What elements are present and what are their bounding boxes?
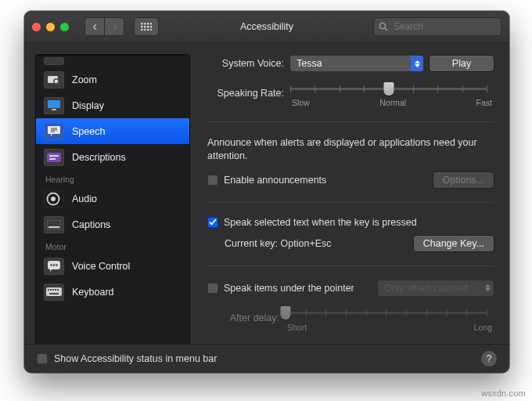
footer: Show Accessibility status in menu bar ? (24, 344, 509, 373)
svg-rect-6 (147, 26, 149, 28)
play-button[interactable]: Play (430, 56, 494, 71)
sidebar-item-voice-control[interactable]: Voice Control (36, 253, 189, 279)
help-button[interactable]: ? (481, 351, 497, 367)
sidebar: Zoom Display Speech (35, 54, 190, 344)
svg-rect-25 (47, 220, 61, 229)
svg-point-24 (51, 197, 56, 201)
slider-knob[interactable] (281, 306, 291, 320)
svg-rect-11 (150, 29, 152, 31)
speak-pointer-label: Speak items under the pointer (224, 283, 354, 294)
sidebar-item-audio[interactable]: Audio (36, 186, 189, 211)
current-key-label: Current key: Option+Esc (225, 238, 332, 249)
pointer-mode-value: Only when zoomed (384, 283, 481, 294)
svg-rect-26 (49, 226, 59, 228)
chevron-right-icon (112, 24, 117, 30)
enable-announcements-checkbox[interactable] (207, 175, 218, 186)
titlebar: Accessibility (24, 11, 509, 43)
svg-rect-9 (144, 29, 146, 31)
svg-line-13 (385, 28, 387, 31)
svg-rect-7 (150, 26, 152, 28)
speak-selected-checkbox[interactable] (207, 217, 218, 228)
keyboard-icon (44, 284, 64, 301)
sidebar-item-label: Audio (72, 193, 97, 204)
svg-rect-20 (47, 153, 61, 162)
svg-rect-33 (50, 289, 52, 291)
sidebar-item-label: Captions (72, 219, 110, 230)
sidebar-item-descriptions[interactable]: Descriptions (36, 144, 189, 170)
minimize-window-button[interactable] (46, 23, 55, 31)
search-field-wrap[interactable] (373, 17, 501, 36)
section-header-motor: Motor (36, 237, 189, 253)
after-delay-slider[interactable] (286, 312, 487, 314)
svg-rect-35 (55, 289, 56, 291)
sidebar-item-captions[interactable]: Captions (36, 211, 189, 237)
speak-pointer-checkbox[interactable] (207, 283, 218, 294)
system-voice-select[interactable]: Tessa (290, 56, 423, 71)
change-key-button[interactable]: Change Key... (414, 236, 494, 251)
voice-control-icon (44, 258, 64, 275)
search-icon (379, 22, 388, 31)
svg-rect-0 (141, 23, 143, 25)
svg-point-29 (53, 264, 56, 266)
display-icon (44, 97, 64, 114)
sidebar-item-keyboard[interactable]: Keyboard (36, 279, 189, 305)
rate-normal-label: Normal (379, 98, 406, 107)
options-button[interactable]: Options... (433, 172, 494, 188)
checkmark-icon (209, 219, 217, 226)
sidebar-item-display[interactable]: Display (36, 92, 189, 118)
search-input[interactable] (392, 20, 509, 33)
speaking-rate-slider[interactable] (290, 88, 487, 90)
svg-rect-5 (144, 26, 146, 28)
sidebar-item-voiceover-partial[interactable] (36, 55, 189, 67)
descriptions-icon (44, 149, 64, 166)
svg-point-30 (56, 264, 58, 266)
divider (207, 266, 494, 266)
forward-button[interactable] (105, 17, 124, 36)
svg-rect-32 (48, 289, 49, 291)
audio-icon (44, 190, 64, 208)
slider-knob[interactable] (384, 82, 394, 96)
back-button[interactable] (84, 17, 105, 36)
show-all-button[interactable] (134, 17, 159, 36)
svg-rect-4 (141, 26, 143, 28)
svg-rect-17 (48, 100, 60, 108)
svg-rect-21 (49, 155, 59, 157)
sidebar-item-label: Zoom (72, 74, 97, 85)
zoom-window-button[interactable] (60, 23, 69, 31)
pointer-mode-select[interactable]: Only when zoomed (378, 280, 494, 296)
after-delay-label: After delay: (225, 312, 279, 323)
divider (207, 202, 494, 203)
svg-line-16 (58, 83, 60, 85)
svg-rect-31 (46, 287, 62, 296)
show-status-checkbox[interactable] (37, 353, 48, 364)
speech-icon (44, 123, 64, 140)
detail-pane: System Voice: Tessa Play Speaking Rate: (190, 43, 509, 344)
svg-rect-34 (52, 289, 54, 291)
rate-slow-label: Slow (292, 98, 310, 107)
sidebar-item-zoom[interactable]: Zoom (36, 67, 189, 92)
zoom-icon (44, 71, 64, 89)
updown-icon (411, 56, 423, 71)
svg-rect-36 (57, 289, 59, 291)
show-status-label: Show Accessibility status in menu bar (54, 353, 217, 364)
svg-rect-3 (150, 23, 152, 25)
sidebar-item-speech[interactable]: Speech (36, 118, 189, 144)
svg-rect-2 (147, 23, 149, 25)
sidebar-item-label: Descriptions (72, 152, 126, 163)
svg-rect-37 (49, 293, 59, 294)
svg-rect-10 (147, 29, 149, 31)
close-window-button[interactable] (32, 23, 41, 31)
divider (207, 121, 494, 122)
section-header-hearing: Hearing (36, 170, 189, 186)
rate-fast-label: Fast (476, 98, 492, 107)
watermark: wsxdn.com (481, 388, 526, 398)
svg-rect-8 (141, 29, 143, 31)
svg-rect-22 (49, 158, 56, 160)
captions-icon (44, 216, 64, 233)
enable-announcements-label: Enable announcements (224, 175, 326, 186)
system-voice-label: System Voice: (207, 58, 284, 69)
svg-point-28 (50, 264, 52, 266)
speaking-rate-label: Speaking Rate: (207, 88, 284, 99)
chevron-left-icon (92, 24, 98, 30)
sidebar-item-label: Voice Control (72, 261, 130, 272)
